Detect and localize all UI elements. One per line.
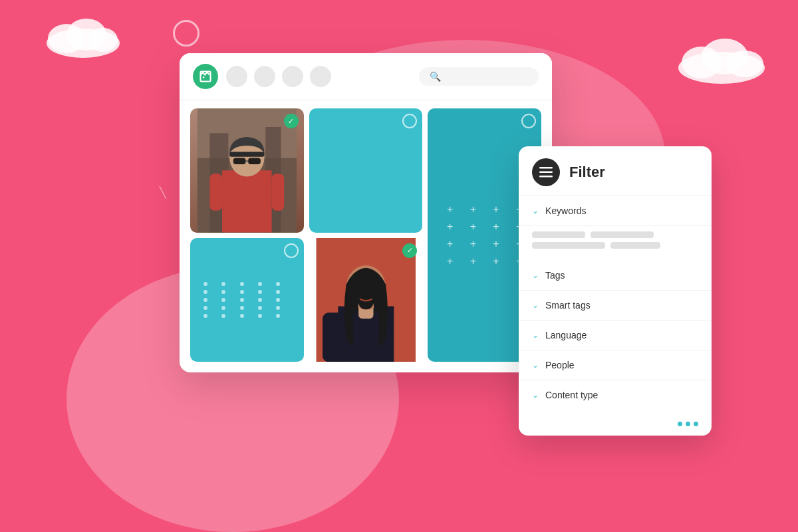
svg-point-3 [88,28,118,52]
filter-item-people[interactable]: ⌄ People [519,350,712,380]
search-icon: 🔍 [430,71,441,82]
nav-dot-1[interactable] [226,66,247,87]
svg-rect-28 [248,158,261,164]
chevron-language: ⌄ [532,331,539,340]
footer-dot-1 [678,422,682,426]
browser-window: 🔍 [180,53,552,372]
filter-items-list: ⌄ Tags ⌄ Smart tags ⌄ Language ⌄ People … [519,261,712,415]
keyword-tag-1 [532,231,585,238]
select-circle-2 [402,114,417,128]
cloud-2 [672,33,771,86]
search-bar[interactable]: 🔍 [419,67,539,86]
chevron-keywords: ⌄ [532,206,539,215]
smart-tags-label: Smart tags [545,300,591,311]
svg-point-38 [357,285,362,290]
keyword-tag-3 [532,242,605,249]
filter-item-content-type[interactable]: ⌄ Content type [519,380,712,410]
svg-rect-41 [539,172,553,174]
decorative-circle-1 [173,20,200,47]
keyword-tag-2 [591,231,654,238]
svg-rect-35 [323,312,344,362]
cloud-1 [40,13,126,60]
nav-dot-2[interactable] [254,66,275,87]
selected-check-2: ✓ [402,243,417,258]
keyword-tag-4 [610,242,660,249]
content-type-label: Content type [545,390,598,400]
select-circle-4 [284,243,299,258]
svg-rect-40 [539,167,553,169]
svg-point-19 [203,76,205,78]
keywords-content [519,225,712,261]
chevron-people: ⌄ [532,360,539,370]
chevron-smart-tags: ⌄ [532,301,539,310]
svg-rect-26 [229,152,264,156]
filter-item-language[interactable]: ⌄ Language [519,320,712,350]
nav-dot-3[interactable] [282,66,303,87]
svg-rect-42 [539,176,553,178]
people-label: People [545,360,575,370]
filter-title: Filter [569,164,605,181]
filter-item-smart-tags[interactable]: ⌄ Smart tags [519,290,712,320]
chevron-content-type: ⌄ [532,390,539,400]
grid-cell-teal-1[interactable] [309,108,423,233]
svg-rect-30 [209,174,222,211]
selected-check-1: ✓ [284,114,299,128]
filter-panel: Filter ⌄ Keywords ⌄ Tags ⌄ Smart t [519,146,712,436]
filter-item-keywords[interactable]: ⌄ Keywords [519,196,712,225]
chevron-tags: ⌄ [532,271,539,280]
keywords-label: Keywords [545,205,586,216]
svg-point-39 [370,285,374,290]
grid-cell-man-photo[interactable]: ✓ [190,108,304,233]
language-label: Language [545,330,587,340]
svg-rect-27 [233,158,246,164]
tags-label: Tags [545,270,565,281]
browser-toolbar: 🔍 [180,53,552,100]
svg-point-7 [726,51,763,77]
grid-cell-woman-photo[interactable]: ✓ [309,238,423,362]
footer-dot-3 [694,422,698,426]
filter-item-tags[interactable]: ⌄ Tags [519,261,712,290]
grid-cell-teal-dots[interactable] [190,238,304,362]
svg-rect-31 [272,174,285,211]
filter-menu-icon[interactable] [532,158,560,186]
svg-rect-24 [222,170,272,232]
nav-dot-4[interactable] [310,66,331,87]
browser-nav-dots [226,66,331,87]
select-circle-3 [521,114,536,128]
decorative-plus-2: ╲ [160,186,166,199]
media-grid: ✓ ++++ ++++ ++++ ++++ [180,100,552,370]
footer-dot-2 [686,422,690,426]
filter-header: Filter [519,146,712,196]
filter-footer [519,415,712,436]
main-icon-btn[interactable] [193,64,218,89]
